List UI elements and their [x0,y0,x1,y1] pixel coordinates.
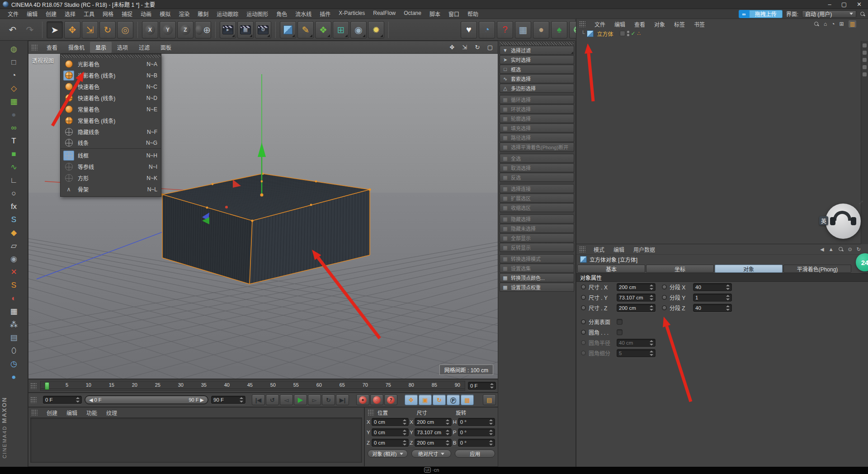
lock-icon[interactable]: ⊙ [848,246,852,252]
rotation-field-p[interactable]: 0 ° [458,428,495,436]
dotted-diamond-icon[interactable]: ◇ [2,82,26,95]
goto-end-button[interactable]: ▶| [336,394,349,405]
viewport-menu-item[interactable]: 显示 [90,42,112,53]
display-menu-item[interactable]: 常量着色 N~E [61,104,161,115]
object-manager-menu-item[interactable]: 文件 [590,19,610,29]
headphone-icon[interactable]: 英 [826,204,861,239]
property-field[interactable]: 40 [693,283,732,291]
stepper-icon[interactable] [726,305,730,311]
minimize-button[interactable]: – [828,1,831,8]
viewport-menu-item[interactable]: 摄像机 [63,42,90,53]
menu-item[interactable]: 创建 [42,9,61,19]
stepper-icon[interactable] [649,284,653,290]
clock-icon[interactable]: ◷ [2,357,26,370]
vp-rotate-icon[interactable]: ↻ [472,44,482,51]
viewport-menu-item[interactable]: 选项 [112,42,133,53]
object-manager-menu-item[interactable]: 对象 [650,19,670,29]
spheres-icon[interactable]: ⁂ [2,318,26,331]
palette-command[interactable]: ▦ 转换顶点颜色... [500,273,574,282]
x-axis-lock-icon[interactable]: X [142,21,158,38]
red-handle[interactable] [225,206,228,209]
stepper-icon[interactable] [649,305,653,311]
stepper-icon[interactable] [445,430,449,435]
grid-tool-icon[interactable]: ▦ [2,305,26,318]
anim-dot-icon[interactable] [581,295,586,300]
palette-command[interactable]: ▼ 选择过滤 [500,46,574,55]
earth-icon[interactable]: ◍ [2,43,26,56]
anim-dot-icon[interactable] [662,305,667,310]
viewport-menu-item[interactable]: 过滤 [133,42,155,53]
attribute-tab[interactable]: 坐标 [646,265,714,273]
kf-position-button[interactable]: ✥ [405,394,418,405]
stepper-icon[interactable] [726,295,730,300]
render-settings-icon[interactable]: ⚙ [255,21,271,38]
menu-item[interactable]: 渲染 [175,9,193,19]
next-frame-button[interactable]: ▻ [308,394,321,405]
apply-button[interactable]: 应用 [455,450,495,458]
stepper-icon[interactable] [402,419,406,425]
material-menu-item[interactable]: 创建 [42,408,62,417]
property-field[interactable]: 40 [693,304,732,312]
play-loop-button[interactable]: ↻ [322,394,335,405]
size-field-z[interactable]: 200 cm [415,439,452,447]
anim-dot-icon[interactable] [581,284,586,289]
drag-handle-icon[interactable] [30,383,37,389]
object-mode-dropdown[interactable]: 对象 (相对) [368,450,408,458]
points-cube-icon[interactable]: □ [2,56,26,69]
camera-icon[interactable]: ◉ [350,21,367,38]
attribute-menu-item[interactable]: 编辑 [609,245,629,254]
menu-item[interactable]: 角色 [272,9,291,19]
kf-scale-button[interactable]: ▣ [419,394,432,405]
prev-frame-button[interactable]: ◅ [280,394,293,405]
property-field[interactable]: 73.107 cm [617,294,656,302]
display-menu-item[interactable]: 光影着色 N~A [61,58,161,70]
expand-icon[interactable]: ⤢ [859,200,863,205]
menu-item[interactable]: 工具 [80,9,99,19]
display-menu-item[interactable]: 隐藏线条 N~F [61,126,161,137]
stepper-icon[interactable] [726,284,730,290]
keyframe-selection-button[interactable]: ? [384,394,397,405]
display-menu-item[interactable]: 方形 N~K [61,172,161,184]
size-mode-dropdown[interactable]: 绝对尺寸 [411,450,452,458]
rotate-tool-icon[interactable]: ↻ [99,21,116,38]
sky-icon[interactable]: S [2,213,26,226]
vp-zoom-icon[interactable]: ⇲ [460,44,470,51]
headphone-widget[interactable]: ⤢ 英 [819,200,863,245]
display-menu-item[interactable]: 快速着色 N~C [61,81,161,92]
paint-bucket-icon[interactable]: ◆ [2,226,26,239]
stepper-icon[interactable] [489,430,493,435]
viewport-menu-item[interactable]: 查看 [41,42,63,53]
vp-toggle-icon[interactable]: ▢ [485,44,495,51]
text-tool-icon[interactable]: T [2,134,26,147]
attribute-tab[interactable]: 对象 [715,265,783,273]
object-manager-menu-item[interactable]: 编辑 [610,19,630,29]
render-picture-viewer-icon[interactable]: ▦ [237,21,254,38]
palette-command[interactable]: ▦ 设置顶点权重 [500,283,574,292]
menu-item[interactable]: 文件 [4,9,23,19]
drag-upload-button[interactable]: 拖拽上传 [750,10,783,18]
last-tool-icon[interactable]: ◎ [117,21,133,38]
stepper-icon[interactable] [239,397,243,403]
viewport-menu-item[interactable]: 面板 [155,42,177,53]
live-selection-icon[interactable]: ➤ [47,21,63,38]
menu-item[interactable]: 运动跟踪 [212,9,242,19]
menu-item[interactable]: 编辑 [23,9,42,19]
object-manager-menu-item[interactable]: 书签 [689,19,709,29]
undo-icon[interactable]: ↶ [5,21,21,38]
material-list-area[interactable] [30,417,362,463]
position-field-z[interactable]: 0 cm [372,439,409,447]
attribute-tab[interactable]: 基本 [577,265,645,273]
green-cube-icon[interactable]: ■ [2,147,26,161]
stepper-icon[interactable] [445,419,449,425]
size-field-y[interactable]: 73.107 cm [415,428,452,436]
dock-icon[interactable]: ▥ [849,20,856,28]
array-icon[interactable]: ❖ [315,21,331,38]
image-question-icon[interactable]: ? [497,21,513,38]
timeline-playhead[interactable] [45,382,49,390]
display-menu-item[interactable]: 线条 N~G [61,137,161,149]
layer-toggle-icon[interactable] [620,31,625,36]
start-frame-field[interactable]: 0 F [43,396,82,404]
attribute-tab[interactable]: 平滑着色(Phong) [783,265,851,273]
dock-tab-icon[interactable] [863,65,867,69]
eye-icon[interactable]: ◔ [831,21,835,27]
